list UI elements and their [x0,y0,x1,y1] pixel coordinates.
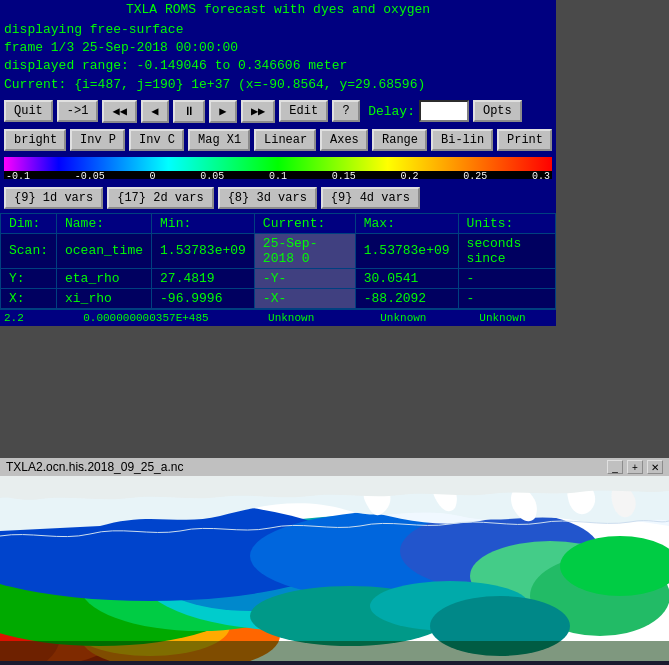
table-row: Y: eta_rho 27.4819 -Y- 30.0541 - [1,268,556,288]
info-line1: displaying free-surface [4,21,552,39]
colorbar-label-3: 0 [149,171,155,182]
edit-button[interactable]: Edit [279,100,328,122]
row2-min: 27.4819 [152,268,255,288]
row3-current[interactable]: -X- [254,288,355,308]
row2-name: eta_rho [57,268,152,288]
toolbar2: bright Inv P Inv C Mag X1 Linear Axes Ra… [0,127,556,153]
col-max: Max: [355,213,458,233]
row1-max: 1.53783e+09 [355,233,458,268]
tab-3d-vars[interactable]: {8} 3d vars [218,187,317,209]
table-row: Scan: ocean_time 1.53783e+09 25-Sep-2018… [1,233,556,268]
quit-button[interactable]: Quit [4,100,53,122]
mag-x1-button[interactable]: Mag X1 [188,129,250,151]
rewind-button[interactable]: ◀◀ [102,100,136,123]
col-current: Current: [254,213,355,233]
colorbar-label-1: -0.1 [6,171,30,182]
col-name: Name: [57,213,152,233]
close-button[interactable]: ✕ [647,460,663,474]
file-title: TXLA2.ocn.his.2018_09_25_a.nc [6,460,183,474]
bottom-status: 2.2 0.000000000357E+485 Unknown Unknown … [0,309,556,326]
axes-button[interactable]: Axes [320,129,368,151]
main-panel: TXLA ROMS forecast with dyes and oxygen … [0,0,556,326]
bright-button[interactable]: bright [4,129,66,151]
colorbar-label-4: 0.05 [200,171,224,182]
col-units: Units: [458,213,555,233]
tab-1d-vars[interactable]: {9} 1d vars [4,187,103,209]
delay-input[interactable] [419,100,469,122]
tab-4d-vars[interactable]: {9} 4d vars [321,187,420,209]
titlebar-left: TXLA2.ocn.his.2018_09_25_a.nc [6,460,183,474]
row1-current[interactable]: 25-Sep-2018 0 [254,233,355,268]
help-button[interactable]: ? [332,100,360,122]
tab-2d-vars[interactable]: {17} 2d vars [107,187,213,209]
colorbar-label-5: 0.1 [269,171,287,182]
inv-p-button[interactable]: Inv P [70,129,125,151]
data-table: Dim: Name: Min: Current: Max: Units: Sca… [0,213,556,309]
opts-button[interactable]: Opts [473,100,522,122]
row3-units: - [458,288,555,308]
colorbar-label-6: 0.15 [332,171,356,182]
ocean-svg [0,476,669,661]
toolbar1: Quit ->1 ◀◀ ◀ ⏸ ▶ ▶▶ Edit ? Delay: Opts [0,96,556,127]
right-sidebar [556,0,669,326]
arrow1-button[interactable]: ->1 [57,100,99,122]
table-row: X: xi_rho -96.9996 -X- -88.2092 - [1,288,556,308]
file-titlebar: TXLA2.ocn.his.2018_09_25_a.nc _ + ✕ [0,458,669,476]
colorbar-label-9: 0.3 [532,171,550,182]
info-line2: frame 1/3 25-Sep-2018 00:00:00 [4,39,552,57]
colorbar-label-2: -0.05 [75,171,105,182]
ocean-visualization [0,476,669,661]
row1-dim: Scan: [1,233,57,268]
pause-button[interactable]: ⏸ [173,100,205,123]
prev-button[interactable]: ◀ [141,100,169,123]
row1-units: seconds since [458,233,555,268]
bottom-text: 2.2 0.000000000357E+485 Unknown Unknown … [4,312,526,324]
row3-dim: X: [1,288,57,308]
info-section: displaying free-surface frame 1/3 25-Sep… [0,19,556,96]
row3-min: -96.9996 [152,288,255,308]
linear-button[interactable]: Linear [254,129,316,151]
app-title: TXLA ROMS forecast with dyes and oxygen [0,0,556,19]
row3-name: xi_rho [57,288,152,308]
file-window: TXLA2.ocn.his.2018_09_25_a.nc _ + ✕ [0,458,669,665]
bi-lin-button[interactable]: Bi-lin [431,129,493,151]
minimize-button[interactable]: _ [607,460,623,474]
info-line3: displayed range: -0.149046 to 0.346606 m… [4,57,552,75]
colorbar-label-8: 0.25 [463,171,487,182]
row2-current[interactable]: -Y- [254,268,355,288]
info-line4: Current: {i=487, j=190} 1e+37 (x=-90.856… [4,76,552,94]
tabs-row: {9} 1d vars {17} 2d vars {8} 3d vars {9}… [0,183,556,213]
colorbar: -0.1 -0.05 0 0.05 0.1 0.15 0.2 0.25 0.3 [4,157,552,179]
row2-dim: Y: [1,268,57,288]
col-min: Min: [152,213,255,233]
row1-min: 1.53783e+09 [152,233,255,268]
title-text: TXLA ROMS forecast with dyes and oxygen [126,2,430,17]
svg-rect-20 [0,641,669,661]
colorbar-labels: -0.1 -0.05 0 0.05 0.1 0.15 0.2 0.25 0.3 [4,171,552,182]
row3-max: -88.2092 [355,288,458,308]
col-dim: Dim: [1,213,57,233]
maximize-button[interactable]: + [627,460,643,474]
print-button[interactable]: Print [497,129,552,151]
fast-forward-button[interactable]: ▶▶ [241,100,275,123]
row2-units: - [458,268,555,288]
inv-c-button[interactable]: Inv C [129,129,184,151]
colorbar-label-7: 0.2 [400,171,418,182]
titlebar-right: _ + ✕ [607,460,663,474]
row1-name: ocean_time [57,233,152,268]
row2-max: 30.0541 [355,268,458,288]
range-button[interactable]: Range [372,129,427,151]
delay-label: Delay: [368,104,415,119]
colorbar-gradient [4,157,552,171]
play-button[interactable]: ▶ [209,100,237,123]
